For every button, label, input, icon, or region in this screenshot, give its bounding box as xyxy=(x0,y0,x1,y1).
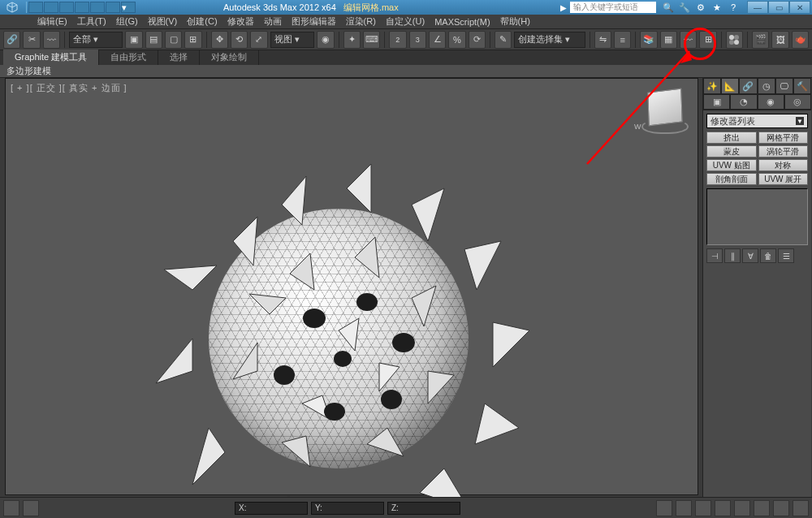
menu-rendering[interactable]: 渲染(R) xyxy=(341,15,381,28)
max-toggle-icon[interactable] xyxy=(793,500,809,516)
select-manipulate-icon[interactable]: ✦ xyxy=(343,31,361,49)
x-coord-field[interactable]: X: xyxy=(235,502,308,515)
create-tab-icon[interactable]: ✨ xyxy=(703,78,721,94)
tab-object-paint[interactable]: 对象绘制 xyxy=(200,50,259,65)
sub-icon-3[interactable]: ◉ xyxy=(758,94,784,110)
minimize-button[interactable]: — xyxy=(747,1,768,14)
search-input[interactable]: 输入关键字或短语 xyxy=(570,2,656,13)
spinner-snap-icon[interactable]: ⟳ xyxy=(469,31,486,49)
polygon-modeling-panel[interactable]: 多边形建模 xyxy=(0,65,812,78)
rendered-frame-icon[interactable]: 🖼 xyxy=(771,31,788,49)
btn-symmetry[interactable]: 对称 xyxy=(758,159,809,171)
sub-icon-2[interactable]: ◔ xyxy=(730,94,757,110)
percent-snap-icon[interactable]: % xyxy=(448,31,465,49)
prompt-area[interactable] xyxy=(23,500,39,516)
favorite-icon[interactable]: ★ xyxy=(710,2,724,13)
hierarchy-tab-icon[interactable]: 🔗 xyxy=(739,78,757,94)
selection-lock-icon[interactable] xyxy=(676,500,692,516)
zoom-all-icon[interactable] xyxy=(754,500,770,516)
help-icon[interactable]: ? xyxy=(726,2,741,13)
select-scale-icon[interactable]: ⤢ xyxy=(250,31,267,49)
qat-redo-icon[interactable] xyxy=(90,2,105,13)
menu-maxscript[interactable]: MAXScript(M) xyxy=(430,17,495,27)
isolate-selection-icon[interactable] xyxy=(656,500,672,516)
qat-undo-icon[interactable] xyxy=(75,2,89,13)
btn-uvw-unwrap[interactable]: UVW 展开 xyxy=(758,173,809,185)
selection-filter-dropdown[interactable]: 全部 ▾ xyxy=(69,32,123,48)
menu-graph-editors[interactable]: 图形编辑器 xyxy=(287,15,341,28)
menu-help[interactable]: 帮助(H) xyxy=(495,15,535,28)
select-rotate-icon[interactable]: ⟲ xyxy=(231,31,248,49)
use-center-icon[interactable]: ◉ xyxy=(317,31,334,49)
snap-3d-icon[interactable]: 3 xyxy=(409,31,426,49)
modifier-list-dropdown[interactable]: 修改器列表▼ xyxy=(706,114,808,128)
align-icon[interactable]: ≡ xyxy=(614,31,631,49)
qat-save-icon[interactable] xyxy=(59,2,74,13)
named-selection-dropdown[interactable]: 创建选择集 ▾ xyxy=(514,32,585,48)
configure-sets-icon[interactable]: ☰ xyxy=(778,248,794,263)
window-crossing-icon[interactable]: ⊞ xyxy=(184,31,201,49)
qat-new-icon[interactable] xyxy=(28,2,43,13)
curve-editor-icon[interactable]: 〰 xyxy=(680,31,697,49)
layer-manager-icon[interactable]: 📚 xyxy=(640,31,657,49)
motion-tab-icon[interactable]: ◷ xyxy=(758,78,775,94)
menu-tools[interactable]: 工具(T) xyxy=(72,15,111,28)
link-icon[interactable]: 🔗 xyxy=(3,31,20,49)
app-menu-icon[interactable] xyxy=(0,0,24,15)
communication-icon[interactable]: ⚙ xyxy=(693,2,708,13)
y-coord-field[interactable]: Y: xyxy=(311,502,384,515)
bind-spacewarp-icon[interactable]: 〰 xyxy=(43,31,60,49)
material-editor-icon[interactable] xyxy=(726,31,743,49)
graphite-tools-icon[interactable]: ▦ xyxy=(660,31,677,49)
tab-freeform[interactable]: 自由形式 xyxy=(99,50,158,65)
snap-2d-icon[interactable]: 2 xyxy=(389,31,406,49)
sub-icon-4[interactable]: ◎ xyxy=(784,94,811,110)
btn-skin[interactable]: 蒙皮 xyxy=(706,145,757,158)
menu-edit[interactable]: 编辑(E) xyxy=(32,15,72,28)
tab-graphite-modeling[interactable]: Graphite 建模工具 xyxy=(3,50,99,65)
angle-snap-icon[interactable]: ∠ xyxy=(429,31,446,49)
btn-uvw-map[interactable]: UVW 贴图 xyxy=(706,159,757,171)
qat-dropdown-icon[interactable]: ▾ xyxy=(121,2,136,13)
menu-group[interactable]: 组(G) xyxy=(111,15,143,28)
edit-named-sel-icon[interactable]: ✎ xyxy=(495,31,512,49)
show-end-result-icon[interactable]: ∥ xyxy=(724,248,741,263)
modifier-stack[interactable] xyxy=(706,188,808,245)
mesh-object[interactable] xyxy=(144,160,533,518)
zoom-icon[interactable] xyxy=(734,500,750,516)
select-object-icon[interactable]: ▣ xyxy=(125,31,142,49)
btn-bevel-profile[interactable]: 剖角剖面 xyxy=(706,173,757,185)
menu-modifiers[interactable]: 修改器 xyxy=(222,15,259,28)
modify-tab-icon[interactable]: 📐 xyxy=(721,78,739,94)
make-unique-icon[interactable]: ∀ xyxy=(742,248,758,263)
btn-meshsmooth[interactable]: 网格平滑 xyxy=(758,132,809,144)
maxscript-mini-listener[interactable] xyxy=(3,500,19,516)
display-tab-icon[interactable]: 🖵 xyxy=(775,78,793,94)
viewcube[interactable]: W xyxy=(641,87,689,136)
ref-coord-dropdown[interactable]: 视图 ▾ xyxy=(270,32,315,48)
arc-rotate-icon[interactable] xyxy=(715,500,731,516)
select-move-icon[interactable]: ✥ xyxy=(211,31,228,49)
mirror-icon[interactable]: ⇋ xyxy=(594,31,611,49)
menu-views[interactable]: 视图(V) xyxy=(143,15,183,28)
render-setup-icon[interactable]: 🎬 xyxy=(752,31,769,49)
pin-stack-icon[interactable]: ⊣ xyxy=(706,248,723,263)
menu-animation[interactable]: 动画 xyxy=(259,15,287,28)
tab-selection[interactable]: 选择 xyxy=(158,50,200,65)
z-coord-field[interactable]: Z: xyxy=(387,502,460,515)
btn-turbosmooth[interactable]: 涡轮平滑 xyxy=(758,145,809,158)
selection-region-icon[interactable]: ▢ xyxy=(165,31,182,49)
utilities-tab-icon[interactable]: 🔨 xyxy=(793,78,811,94)
pan-view-icon[interactable] xyxy=(695,500,711,516)
viewport[interactable]: [ + ][ 正交 ][ 真实 + 边面 ] W xyxy=(5,78,698,495)
render-production-icon[interactable]: 🫖 xyxy=(792,31,809,49)
viewport-label[interactable]: [ + ][ 正交 ][ 真实 + 边面 ] xyxy=(11,82,127,94)
btn-extrude[interactable]: 挤出 xyxy=(706,132,757,144)
unlink-icon[interactable]: ✂ xyxy=(23,31,40,49)
select-by-name-icon[interactable]: ▤ xyxy=(145,31,162,49)
close-button[interactable]: ✕ xyxy=(789,1,810,14)
sub-icon-1[interactable]: ▣ xyxy=(703,94,730,110)
menu-customize[interactable]: 自定义(U) xyxy=(381,15,430,28)
remove-modifier-icon[interactable]: 🗑 xyxy=(760,248,776,263)
schematic-view-icon[interactable]: ⊞ xyxy=(699,31,716,49)
